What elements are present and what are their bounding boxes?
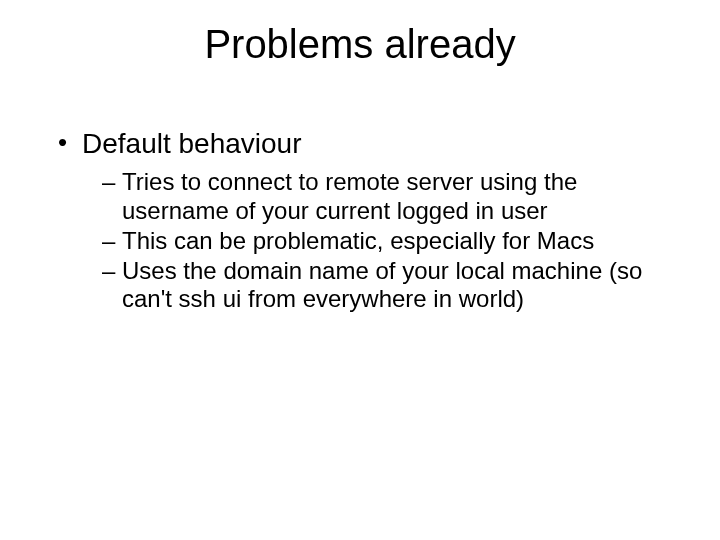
bullet-level2: Tries to connect to remote server using … — [102, 168, 662, 225]
slide-title: Problems already — [0, 22, 720, 67]
bullet-level2-group: Tries to connect to remote server using … — [102, 168, 662, 314]
slide: Problems already Default behaviour Tries… — [0, 0, 720, 540]
bullet-level1: Default behaviour — [58, 128, 662, 160]
bullet-level2: This can be problematic, especially for … — [102, 227, 662, 255]
slide-body: Default behaviour Tries to connect to re… — [58, 128, 662, 316]
bullet-level2: Uses the domain name of your local machi… — [102, 257, 662, 314]
